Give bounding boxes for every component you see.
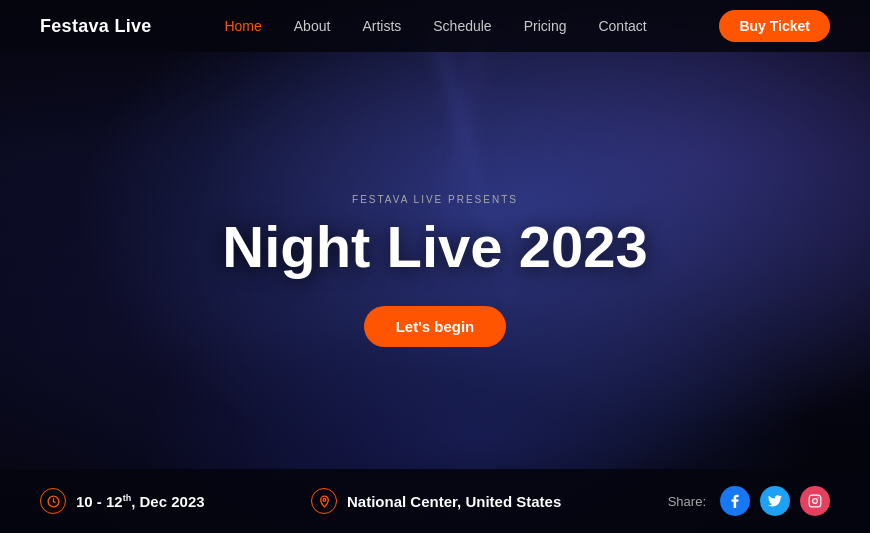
clock-icon [40,488,66,514]
nav-item-about[interactable]: About [294,17,331,35]
nav-item-schedule[interactable]: Schedule [433,17,491,35]
nav-link-about[interactable]: About [294,18,331,34]
nav-item-pricing[interactable]: Pricing [524,17,567,35]
nav-link-schedule[interactable]: Schedule [433,18,491,34]
nav-link-home[interactable]: Home [224,18,261,34]
svg-point-1 [323,498,326,501]
event-location-text: National Center, United States [347,493,561,510]
buy-ticket-button[interactable]: Buy Ticket [719,10,830,42]
nav-link-contact[interactable]: Contact [598,18,646,34]
share-label: Share: [668,494,706,509]
nav-item-contact[interactable]: Contact [598,17,646,35]
nav-link-pricing[interactable]: Pricing [524,18,567,34]
svg-point-3 [813,499,818,504]
svg-rect-2 [809,495,821,507]
nav-item-home[interactable]: Home [224,17,261,35]
event-date-text: 10 - 12th, Dec 2023 [76,493,205,510]
facebook-button[interactable] [720,486,750,516]
hero-presents: FESTAVA LIVE PRESENTS [352,194,518,205]
footer-bar: 10 - 12th, Dec 2023 National Center, Uni… [0,469,870,533]
nav-link-artists[interactable]: Artists [362,18,401,34]
twitter-button[interactable] [760,486,790,516]
hero-title: Night Live 2023 [222,215,647,279]
site-logo: Festava Live [40,16,152,37]
hero-section: FESTAVA LIVE PRESENTS Night Live 2023 Le… [0,52,870,469]
share-section: Share: [668,486,830,516]
event-location: National Center, United States [311,488,561,514]
instagram-button[interactable] [800,486,830,516]
location-icon [311,488,337,514]
svg-point-4 [818,497,819,498]
event-date: 10 - 12th, Dec 2023 [40,488,205,514]
lets-begin-button[interactable]: Let's begin [364,306,507,347]
nav-item-artists[interactable]: Artists [362,17,401,35]
nav-links: Home About Artists Schedule Pricing Cont… [224,17,646,35]
navbar: Festava Live Home About Artists Schedule… [0,0,870,52]
